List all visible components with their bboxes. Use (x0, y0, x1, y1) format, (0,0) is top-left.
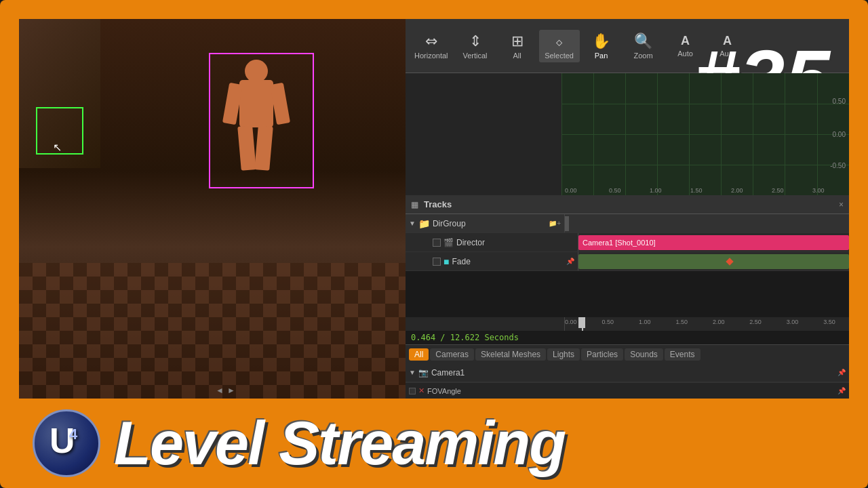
dirgroup-add-btn[interactable]: 📁+ (549, 220, 561, 227)
fov-x-icon: ✕ (418, 386, 425, 395)
grid-h-line-1 (561, 104, 849, 104)
filter-tab-cameras[interactable]: Cameras (430, 348, 474, 361)
y-label-r-050: 0.50 (833, 98, 846, 105)
filter-tab-particles[interactable]: Particles (581, 348, 623, 361)
camera1-name: Camera1 (431, 368, 465, 378)
selected-icon: ⬦ (555, 33, 564, 50)
pan-icon: ✋ (592, 33, 610, 50)
toolbar-zoom-btn[interactable]: 🔍 Zoom (623, 30, 664, 62)
horizontal-icon: ⇔ (425, 33, 437, 50)
ruler-x-7: 3.50 (823, 319, 835, 325)
fade-icon: ■ (443, 256, 449, 267)
nav-right-arrow[interactable]: ► (227, 386, 235, 395)
ruler-x-0: 0.00 (565, 319, 577, 325)
toolbar-pan-btn[interactable]: ✋ Pan (581, 30, 622, 62)
track-left-director: 🎬 Director (419, 233, 578, 251)
nav-arrows: ◄ ► (216, 386, 235, 395)
grid-v-2 (625, 73, 626, 195)
x-label-050: 0.50 (609, 187, 621, 194)
nav-left-arrow[interactable]: ◄ (216, 386, 224, 395)
director-clip-label: Camera1 [Shot_0010] (583, 239, 656, 247)
filter-tab-all[interactable]: All (409, 348, 429, 361)
curve-labels-area (406, 73, 561, 195)
sequencer-toolbar: ⇔ Horizontal ⇕ Vertical ⊞ All ⬦ Selected… (406, 19, 849, 73)
sequencer-panel: ⇔ Horizontal ⇕ Vertical ⊞ All ⬦ Selected… (406, 19, 849, 399)
director-checkbox[interactable] (433, 239, 441, 247)
fade-timeline (578, 252, 849, 270)
fov-label: FOVAngle (427, 387, 461, 395)
toolbar-selected-btn[interactable]: ⬦ Selected (539, 30, 580, 62)
grid-v-3 (657, 73, 658, 195)
grid-v-1 (593, 73, 594, 195)
track-left-fade: ■ Fade 📌 (419, 252, 578, 270)
curve-grid[interactable]: 0.50 0.00 -0.50 (561, 73, 849, 195)
viewport-floor (19, 263, 406, 399)
tracks-empty-area (406, 271, 849, 317)
ruler-x-2: 1.00 (639, 319, 651, 325)
curve-editor: 0.50 0.00 -0.50 0.50 0.00 -0.50 0.00 0.5… (406, 73, 849, 195)
green-selection-box (36, 107, 83, 155)
grid-v-4 (689, 73, 690, 195)
director-name: Director (456, 238, 485, 247)
ruler-left-area (406, 317, 565, 331)
toolbar-horizontal-btn[interactable]: ⇔ Horizontal (409, 30, 454, 62)
filter-tab-sounds[interactable]: Sounds (625, 348, 663, 361)
x-label-200: 2.00 (731, 187, 743, 194)
dirgroup-name: DirGroup (433, 219, 466, 228)
grid-v-0 (561, 73, 562, 195)
grid-v-5 (721, 73, 722, 195)
ruler-right-area: 0.00 0.50 1.00 1.50 2.00 2.50 3.00 3.50 (565, 317, 849, 331)
ruler-x-1: 0.50 (601, 319, 614, 325)
dirgroup-timeline (565, 214, 849, 232)
auto-icon: A (681, 34, 690, 48)
title-text: Level Streaming (114, 413, 565, 474)
grid-v-7 (785, 73, 785, 195)
fade-pin-btn[interactable]: 📌 (566, 258, 574, 265)
fade-diamond-marker (726, 258, 734, 265)
filter-tab-events[interactable]: Events (665, 348, 701, 361)
tracks-close-btn[interactable]: × (839, 200, 844, 209)
playhead-line (582, 317, 583, 331)
playhead-tick (578, 317, 585, 328)
ue4-logo: U 4 (33, 409, 100, 477)
selection-box (209, 53, 314, 188)
filter-tabs-bar: All Cameras Skeletal Meshes Lights Parti… (406, 344, 849, 363)
track-row-director: 🎬 Director Camera1 [Shot_0010] (406, 233, 849, 252)
ue4-logo-circle: U 4 (33, 409, 100, 477)
fov-pin-btn[interactable]: 📌 (837, 387, 846, 394)
vertical-icon: ⇕ (469, 33, 481, 50)
dirgroup-expand-icon[interactable]: ▼ (409, 220, 416, 227)
outer-frame: ↖ ◄ ► (0, 0, 868, 488)
fade-checkbox[interactable] (433, 258, 441, 266)
fov-checkbox[interactable] (409, 388, 416, 394)
fov-row: ✕ FOVAngle 📌 (406, 382, 849, 399)
filter-tab-skeletal[interactable]: Skeletal Meshes (475, 348, 546, 361)
grid-h-line-3 (561, 165, 849, 165)
svg-text:4: 4 (69, 426, 78, 443)
toolbar-vertical-btn[interactable]: ⇕ Vertical (455, 30, 496, 62)
toolbar-all-btn[interactable]: ⊞ All (497, 30, 538, 62)
bottom-section: U 4 Level Streaming (19, 399, 849, 488)
tracks-title: Tracks (424, 199, 452, 209)
time-text: 0.464 / 12.622 Seconds (411, 333, 519, 342)
camera1-pin-btn[interactable]: 📌 (837, 369, 846, 376)
fade-clip-bar[interactable] (578, 254, 849, 269)
track-left-dirgroup: ▼ 📁 DirGroup 📁+ (406, 214, 565, 232)
ruler-x-4: 2.00 (713, 319, 725, 325)
second-ruler: 0.00 0.50 1.00 1.50 2.00 2.50 3.00 3.50 (406, 317, 849, 331)
tracks-header: ▦ Tracks × (406, 195, 849, 214)
all-icon: ⊞ (511, 33, 524, 50)
x-label-000: 0.00 (565, 187, 577, 194)
director-clip-bar[interactable]: Camera1 [Shot_0010] (578, 235, 849, 250)
camera1-expand-icon[interactable]: ▼ (409, 369, 416, 376)
filter-tab-lights[interactable]: Lights (547, 348, 580, 361)
director-icon: 🎬 (443, 238, 454, 247)
ue4-logo-text: U 4 (46, 420, 87, 467)
x-label-150: 1.50 (690, 187, 703, 194)
camera1-icon: 📷 (418, 368, 429, 378)
fade-name: Fade (452, 257, 470, 266)
zoom-icon: 🔍 (634, 33, 652, 50)
x-label-250: 2.50 (772, 187, 784, 194)
ruler-x-3: 1.50 (675, 319, 688, 325)
viewport-panel: ↖ ◄ ► (19, 19, 406, 399)
